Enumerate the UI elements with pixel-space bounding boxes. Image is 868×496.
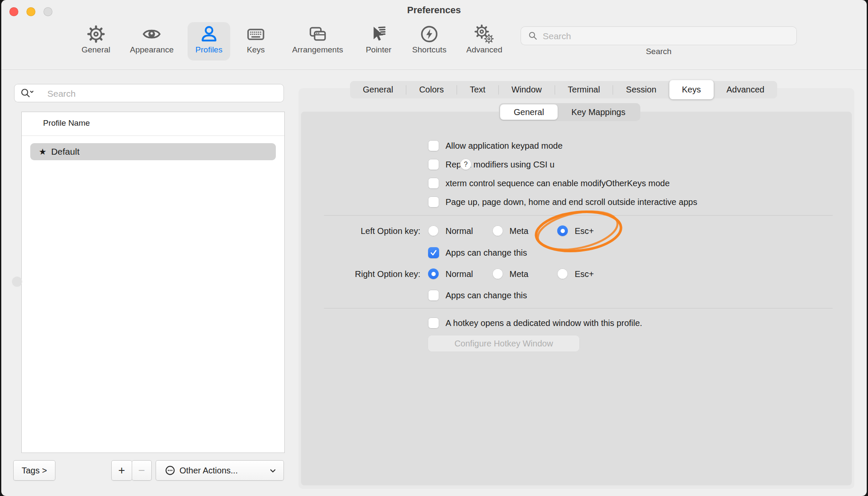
preferences-window: Preferences General Appearance Profiles xyxy=(1,0,867,496)
checkbox-label: Apps can change this xyxy=(446,247,527,258)
right-option-key-label: Right Option key: xyxy=(300,268,420,280)
toolbar-search-field[interactable] xyxy=(521,26,797,45)
checkbox-modify-other-keys[interactable] xyxy=(428,178,439,189)
cursor-icon xyxy=(369,24,388,44)
search-menu-icon xyxy=(20,88,35,98)
gear-icon xyxy=(86,24,106,44)
profile-tab-bar: General Colors Text Window Terminal Sess… xyxy=(350,81,777,98)
screenshot: Preferences General Appearance Profiles xyxy=(0,0,868,496)
toolbar-search-input[interactable] xyxy=(542,26,791,46)
radio-label: Normal xyxy=(446,225,473,236)
left-apps-can-change-checkbox[interactable] xyxy=(428,247,439,258)
minus-icon: − xyxy=(139,465,145,476)
tab-advanced[interactable]: Advanced xyxy=(714,81,777,98)
keys-general-pane xyxy=(301,112,852,485)
lightning-icon xyxy=(420,24,439,44)
keyboard-icon xyxy=(246,24,266,44)
toolbar-item-profiles[interactable]: Profiles xyxy=(195,24,222,55)
tab-window[interactable]: Window xyxy=(499,81,555,98)
keys-subtab-bar: General Key Mappings xyxy=(499,103,640,121)
right-option-esc-radio[interactable] xyxy=(557,268,568,279)
toolbar-item-label: Keys xyxy=(247,45,265,55)
right-apps-can-change-checkbox[interactable] xyxy=(428,290,439,301)
toolbar-item-shortcuts[interactable]: Shortcuts xyxy=(412,24,446,55)
configure-hotkey-window-button[interactable]: Configure Hotkey Window xyxy=(428,335,580,352)
left-option-key-label: Left Option key: xyxy=(300,225,420,236)
left-option-meta-radio[interactable] xyxy=(492,225,503,236)
toolbar-item-label: General xyxy=(81,45,110,55)
panel-resize-dot[interactable] xyxy=(12,277,22,287)
remove-profile-button[interactable]: − xyxy=(132,460,152,481)
person-icon xyxy=(199,24,219,44)
other-actions-popup[interactable]: Other Actions... xyxy=(156,460,284,481)
window-title: Preferences xyxy=(1,5,867,16)
subtab-general[interactable]: General xyxy=(500,104,558,120)
toolbar-divider xyxy=(1,69,867,70)
toolbar-item-pointer[interactable]: Pointer xyxy=(366,24,391,55)
left-option-normal-radio[interactable] xyxy=(428,225,439,236)
radio-label: Meta xyxy=(509,225,528,236)
checkbox-label: A hotkey opens a dedicated window with t… xyxy=(446,317,642,329)
toolbar-item-general[interactable]: General xyxy=(81,24,110,55)
double-gear-icon xyxy=(475,24,494,44)
toolbar-item-advanced[interactable]: Advanced xyxy=(466,24,503,55)
left-option-esc-radio[interactable] xyxy=(557,225,568,236)
tags-button-label: Tags > xyxy=(22,466,47,476)
search-icon xyxy=(528,31,538,40)
checkbox-label: Allow application keypad mode xyxy=(446,140,563,151)
windows-icon xyxy=(308,24,327,44)
section-divider xyxy=(324,215,833,216)
radio-label: Esc+ xyxy=(575,268,594,280)
toolbar-item-label: Profiles xyxy=(195,45,222,55)
checkbox-scroll-outside-apps[interactable] xyxy=(428,196,439,208)
toolbar-item-appearance[interactable]: Appearance xyxy=(130,24,174,55)
hotkey-window-checkbox[interactable] xyxy=(428,317,439,329)
toolbar-item-label: Appearance xyxy=(130,45,174,55)
add-profile-button[interactable]: + xyxy=(111,460,132,481)
chevron-down-icon xyxy=(269,468,276,473)
plus-icon: + xyxy=(119,465,125,476)
right-option-normal-radio[interactable] xyxy=(428,268,439,279)
radio-label: Esc+ xyxy=(575,225,594,236)
profile-search-field[interactable] xyxy=(14,84,284,102)
toolbar-item-arrangements[interactable]: Arrangements xyxy=(292,24,343,55)
profile-row-default[interactable]: ★ Default xyxy=(30,143,276,160)
toolbar-item-keys[interactable]: Keys xyxy=(246,24,266,55)
check-icon xyxy=(429,248,438,257)
eye-icon xyxy=(142,24,162,44)
profile-name: Default xyxy=(51,147,80,157)
radio-label: Meta xyxy=(509,268,528,280)
ellipsis-circle-icon xyxy=(165,465,175,476)
right-option-meta-radio[interactable] xyxy=(492,268,503,279)
toolbar-item-label: Advanced xyxy=(466,45,503,55)
default-star-icon: ★ xyxy=(39,147,46,157)
profile-list: Profile Name ★ Default xyxy=(21,112,285,453)
tags-button[interactable]: Tags > xyxy=(13,460,55,481)
toolbar-item-label: Shortcuts xyxy=(412,45,446,55)
checkbox-label: Page up, page down, home and end scroll … xyxy=(446,196,697,208)
checkbox-keypad-mode[interactable] xyxy=(428,140,439,151)
checkbox-csi-u[interactable] xyxy=(428,159,439,170)
toolbar-item-label: Arrangements xyxy=(292,45,343,55)
checkbox-label: xterm control sequence can enable modify… xyxy=(446,178,670,189)
checkbox-label: Apps can change this xyxy=(446,290,527,301)
header-divider xyxy=(22,136,284,136)
profile-search-input[interactable] xyxy=(46,84,278,103)
radio-label: Normal xyxy=(446,268,473,280)
section-divider xyxy=(324,308,833,309)
toolbar-search-label: Search xyxy=(521,47,797,56)
tab-session[interactable]: Session xyxy=(613,81,669,98)
help-button[interactable]: ? xyxy=(460,159,472,170)
tab-colors[interactable]: Colors xyxy=(406,81,457,98)
subtab-key-mappings[interactable]: Key Mappings xyxy=(558,104,639,120)
tab-general[interactable]: General xyxy=(350,81,406,98)
tab-terminal[interactable]: Terminal xyxy=(555,81,613,98)
tab-keys[interactable]: Keys xyxy=(669,80,714,99)
tab-text[interactable]: Text xyxy=(457,81,498,98)
other-actions-label: Other Actions... xyxy=(179,466,238,476)
profile-list-column-header: Profile Name xyxy=(43,118,90,128)
toolbar-item-label: Pointer xyxy=(366,45,391,55)
